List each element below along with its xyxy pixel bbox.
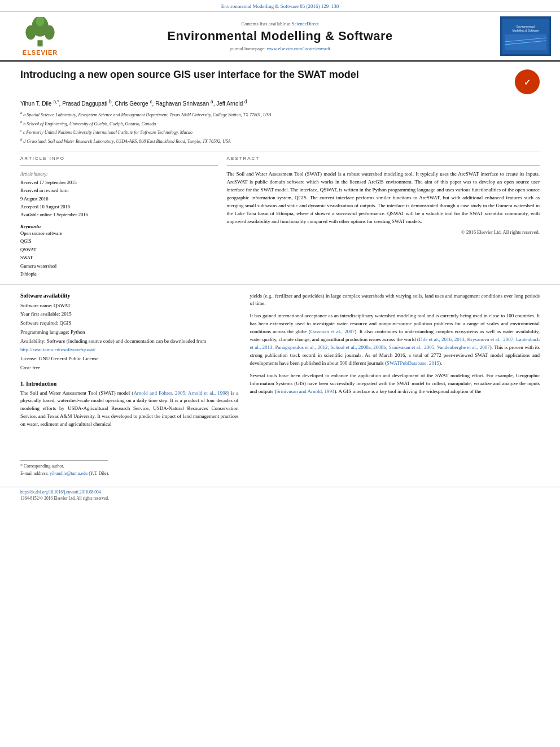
homepage-link[interactable]: www.elsevier.com/locate/envsoft: [266, 46, 330, 51]
dile-link[interactable]: Dile et al., 2016, 2013; Krysanova et al…: [250, 337, 540, 350]
swatpub-link[interactable]: SWATPubDatabase, 2015: [387, 360, 439, 366]
gassman-link[interactable]: Gassman et al., 2007: [310, 329, 355, 334]
article-info-abstract: ARTICLE INFO Article history: Received 1…: [20, 156, 540, 278]
paper-body: Introducing a new open source GIS user i…: [0, 62, 560, 278]
keywords-list: Open source software QGIS QSWAT SWAT Gum…: [20, 229, 218, 278]
keyword-3: QSWAT: [20, 246, 218, 254]
software-year: Year first available: 2015: [20, 310, 238, 319]
affiliation-d: d d Grassland, Soil and Water Research L…: [20, 137, 540, 145]
right-paragraph1: yields (e.g., fertilizer and pesticides)…: [250, 292, 540, 308]
right-column: yields (e.g., fertilizer and pesticides)…: [250, 292, 540, 478]
svg-text:Modelling & Software: Modelling & Software: [512, 29, 539, 32]
abstract-divider: [227, 165, 540, 166]
received-date: Received 17 September 2015: [20, 178, 218, 186]
journal-cover-image: Environmental Modelling & Software: [500, 16, 551, 56]
footnote-email: E-mail address: yihundile@tamu.edu (Y.T.…: [20, 470, 238, 478]
history-label: Article history:: [20, 171, 218, 178]
accepted-date: Accepted 10 August 2016: [20, 203, 218, 211]
two-col-main: Software availability Software name: QSW…: [20, 292, 540, 478]
keyword-2: QGIS: [20, 237, 218, 245]
crossmark-icon: ✓: [515, 69, 540, 94]
svg-point-2: [25, 25, 36, 40]
elsevier-label: ELSEVIER: [23, 49, 58, 56]
sciencedirect-link[interactable]: ScienceDirect: [292, 21, 319, 27]
contents-line: Contents lists available at ScienceDirec…: [71, 21, 489, 27]
journal-title: Environmental Modelling & Software: [71, 29, 489, 43]
doi-link[interactable]: http://dx.doi.org/10.1016/j.envsoft.2016…: [20, 490, 101, 495]
footnotes-section: * Corresponding author. E-mail address: …: [20, 433, 238, 478]
software-required: Software required: QGIS: [20, 319, 238, 328]
software-language: Programming language: Python: [20, 328, 238, 337]
software-info: Software name: QSWAT Year first availabl…: [20, 302, 238, 373]
keyword-5: Gumera watershed: [20, 262, 218, 270]
abstract-column: ABSTRACT The Soil and Water Assessment T…: [227, 156, 540, 278]
top-bar: Environmental Modelling & Software 85 (2…: [0, 0, 560, 12]
software-cost: Cost: free: [20, 364, 238, 373]
elsevier-tree-icon: [23, 17, 57, 48]
bottom-bar: http://dx.doi.org/10.1016/j.envsoft.2016…: [0, 487, 560, 503]
received-revised-date: 9 August 2016: [20, 195, 218, 203]
arnold-fohrer-link[interactable]: Arnold and Fohrer, 2005; Arnold et al., …: [133, 390, 228, 396]
abstract-text: The Soil and Water Assessment Tool (SWAT…: [227, 171, 540, 226]
software-name: Software name: QSWAT: [20, 302, 238, 311]
author-yihun: Yihun T. Dile a,*, Prasad Daggupati b, C…: [20, 101, 247, 107]
intro-paragraph1: The Soil and Water Assessment Tool (SWAT…: [20, 390, 238, 429]
paper-title-row: Introducing a new open source GIS user i…: [20, 68, 540, 94]
header-divider: [20, 151, 540, 151]
right-paragraph2: It has gained international acceptance a…: [250, 312, 540, 368]
paper-title: Introducing a new open source GIS user i…: [20, 68, 508, 81]
article-info-divider: [20, 165, 218, 166]
journal-cover: Environmental Modelling & Software: [489, 16, 551, 56]
right-paragraph3: Several tools have been developed to enh…: [250, 372, 540, 396]
available-date: Available online 1 September 2016: [20, 211, 218, 219]
affiliations: a a Spatial Science Laboratory, Ecosyste…: [20, 110, 540, 145]
footnote-divider: [20, 460, 108, 461]
affiliation-b: b b School of Engineering, University of…: [20, 119, 540, 128]
software-license: License: GNU General Public License: [20, 355, 238, 364]
software-section: Software availability Software name: QSW…: [20, 292, 238, 373]
intro-section: 1. Introduction The Soil and Water Asses…: [20, 381, 238, 429]
keywords-label: Keywords:: [20, 224, 218, 229]
article-info-column: ARTICLE INFO Article history: Received 1…: [20, 156, 218, 278]
intro-heading: 1. Introduction: [20, 381, 238, 387]
affiliation-a: a a Spatial Science Laboratory, Ecosyste…: [20, 110, 540, 119]
doi-line: http://dx.doi.org/10.1016/j.envsoft.2016…: [20, 490, 540, 495]
footnote-corresponding: * Corresponding author.: [20, 463, 238, 470]
article-history: Article history: Received 17 September 2…: [20, 171, 218, 219]
svg-rect-0: [37, 40, 42, 46]
affiliation-c: c c Formerly United Nations University I…: [20, 128, 540, 136]
authors: Yihun T. Dile a,*, Prasad Daggupati b, C…: [20, 99, 540, 107]
software-link[interactable]: http://swat.tamu.edu/software/qswat/: [20, 347, 95, 352]
journal-header-center: Contents lists available at ScienceDirec…: [71, 21, 489, 51]
svg-text:Environmental: Environmental: [517, 25, 535, 28]
main-content: Software availability Software name: QSW…: [0, 285, 560, 487]
issn-line: 1364-8152/© 2016 Elsevier Ltd. All right…: [20, 496, 540, 501]
abstract-label: ABSTRACT: [227, 156, 540, 161]
received-revised-label: Received in revised form: [20, 186, 218, 194]
software-title: Software availability: [20, 292, 238, 299]
left-column: Software availability Software name: QSW…: [20, 292, 238, 478]
srinivasan-arnold-link[interactable]: Srinivasan and Arnold, 1994: [276, 388, 334, 394]
keyword-6: Ethiopia: [20, 270, 218, 278]
journal-header: ELSEVIER Contents lists available at Sci…: [0, 12, 560, 62]
journal-citation: Environmental Modelling & Software 85 (2…: [221, 3, 339, 9]
keyword-1: Open source software: [20, 229, 218, 237]
email-link[interactable]: yihundile@tamu.edu: [50, 471, 88, 476]
homepage-line: journal homepage: www.elsevier.com/locat…: [71, 46, 489, 51]
svg-point-3: [44, 25, 54, 40]
keyword-4: SWAT: [20, 254, 218, 261]
elsevier-logo: ELSEVIER: [9, 17, 71, 56]
copyright: © 2016 Elsevier Ltd. All rights reserved…: [227, 229, 540, 235]
software-availability: Availability: Software (including source…: [20, 337, 238, 355]
svg-text:✓: ✓: [524, 78, 531, 87]
article-info-label: ARTICLE INFO: [20, 156, 218, 161]
crossmark-badge: ✓: [515, 69, 540, 94]
keywords-section: Keywords: Open source software QGIS QSWA…: [20, 224, 218, 278]
